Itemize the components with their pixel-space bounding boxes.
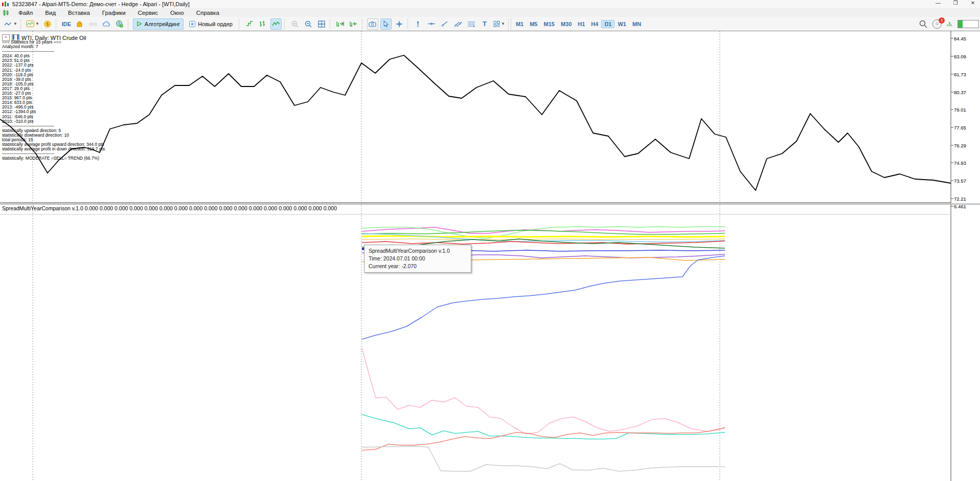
indicator-header: SpreadMultiYearComparison v.1.0 0.000 0.… <box>2 205 337 211</box>
timeframe-M15[interactable]: M15 <box>540 20 557 28</box>
restore-button[interactable]: ❐ <box>950 0 961 6</box>
indicator-tooltip: SpreadMultiYearComparison v.1.0 Time: 20… <box>364 245 471 273</box>
text-icon[interactable]: T <box>479 18 490 30</box>
shapes-icon[interactable]: ▼ <box>492 18 506 30</box>
tooltip-value: Current year: -2.070 <box>369 263 467 270</box>
chevron-down-icon: ▼ <box>501 21 505 26</box>
price-tick-label: 77.65 <box>954 125 966 130</box>
main-price-line <box>0 55 951 190</box>
screenshot-icon[interactable] <box>367 18 378 30</box>
bars-icon[interactable] <box>257 18 268 30</box>
menu-item-Файл[interactable]: Файл <box>12 9 39 16</box>
shift-end-icon[interactable] <box>335 18 346 30</box>
auto-scroll-icon[interactable] <box>348 18 359 30</box>
channel-icon[interactable] <box>452 18 464 30</box>
chevron-down-icon: ▼ <box>35 21 39 26</box>
menu-item-Графики[interactable]: Графики <box>96 9 132 16</box>
chart-profile-icon[interactable]: ▼ <box>26 18 40 30</box>
tooltip-title: SpreadMultiYearComparison v.1.0 <box>369 247 467 255</box>
zoom-in-icon[interactable] <box>289 18 301 30</box>
notifications-icon[interactable]: ☺ 1 <box>932 19 942 29</box>
crosshair-icon[interactable] <box>394 18 405 30</box>
price-tick-label: 84.45 <box>954 36 966 41</box>
svg-text:+: + <box>121 24 123 28</box>
tile-windows-icon[interactable] <box>316 18 327 30</box>
price-tick-label: 79.01 <box>954 107 966 113</box>
year-line-khaki <box>362 239 725 239</box>
timeframe-H1[interactable]: H1 <box>575 20 588 28</box>
year-line-pink <box>362 348 725 434</box>
fibo-icon[interactable] <box>466 18 477 30</box>
price-chart[interactable] <box>0 31 980 481</box>
trendline-icon[interactable] <box>439 18 450 30</box>
timeframe-W1[interactable]: W1 <box>614 20 629 28</box>
play-icon <box>136 21 142 27</box>
timeframe-M1[interactable]: M1 <box>513 20 527 28</box>
algo-trading-button[interactable]: Алготрейдинг <box>133 18 184 30</box>
deposit-icon[interactable]: $ <box>42 18 53 30</box>
timeframe-group: M1M5M15M30H1H4D1W1MN <box>511 18 646 30</box>
connection-bar <box>958 20 979 28</box>
chart-window-icon <box>3 10 9 16</box>
timeframe-MN[interactable]: MN <box>629 20 644 28</box>
price-tick-label: 73.57 <box>954 178 966 184</box>
year-line-gray <box>362 446 725 471</box>
community-icon[interactable]: + <box>114 18 125 30</box>
search-icon[interactable] <box>919 20 927 28</box>
cursor-icon[interactable] <box>380 18 392 30</box>
timeframe-D1[interactable]: D1 <box>601 20 614 28</box>
timeframe-M5[interactable]: M5 <box>527 20 540 28</box>
menu-item-Вставка[interactable]: Вставка <box>62 9 96 16</box>
year-line-green <box>362 230 725 234</box>
price-tick-label: 83.09 <box>954 54 966 59</box>
year-line-salmon <box>362 428 725 450</box>
price-tick-label: 72.21 <box>954 196 966 202</box>
close-button[interactable]: ✕ <box>968 0 978 6</box>
title-bar: 52323847 - Alpari-MT5-Demo: Демо-счет - … <box>0 0 980 8</box>
tick-chart-icon[interactable] <box>244 18 255 30</box>
menu-item-Сервис[interactable]: Сервис <box>132 9 164 16</box>
hline-icon[interactable] <box>426 18 437 30</box>
signals-icon[interactable]: ((o)) <box>87 18 99 30</box>
menu-bar: ФайлВидВставкаГрафикиСервисОкноСправка —… <box>0 8 980 17</box>
year-line-turquoise <box>362 414 725 439</box>
price-tick-label: 76.29 <box>954 143 966 148</box>
cloud-icon[interactable] <box>101 18 112 30</box>
timeframe-H4[interactable]: H4 <box>588 20 601 28</box>
menu-item-Справка[interactable]: Справка <box>190 9 225 16</box>
chevron-down-icon: ▼ <box>13 21 17 26</box>
price-tick-label: 81.73 <box>954 72 966 77</box>
menu-item-Окно[interactable]: Окно <box>164 9 190 16</box>
price-tick-label: 74.93 <box>954 160 966 166</box>
line-style-icon[interactable]: ▼ <box>4 18 18 30</box>
window-title: 52323847 - Alpari-MT5-Demo: Демо-счет - … <box>12 1 190 7</box>
minimize-button[interactable]: — <box>933 0 943 6</box>
toolbar: ▼ ▼ $ IDE ((o)) + Алготрейдинг Новый ор <box>0 17 980 31</box>
chart-area[interactable]: ≡ ▌▐ WTI, Daily: WTI Crude Oil === Stati… <box>0 31 980 481</box>
vline-icon[interactable] <box>413 18 424 30</box>
line-chart-icon[interactable] <box>270 18 282 30</box>
new-order-icon <box>189 21 195 27</box>
toolbar-right: ☺ 1 ▲LVL <box>919 18 979 30</box>
notification-badge: 1 <box>939 17 945 24</box>
tooltip-time: Time: 2024.07.01 00:00 <box>369 255 467 263</box>
svg-text:$: $ <box>46 21 49 27</box>
ide-icon[interactable]: IDE <box>61 18 72 30</box>
indicator-tick-label: 6.461 <box>954 204 966 209</box>
market-icon[interactable] <box>74 18 85 30</box>
statistics-comment: === Statistics for 15 years === Analyzed… <box>2 40 105 161</box>
mt5-logo-icon <box>2 1 9 7</box>
new-order-button[interactable]: Новый ордер <box>186 18 236 30</box>
zoom-out-icon[interactable] <box>303 18 314 30</box>
price-tick-label: 80.37 <box>954 90 966 95</box>
connection-icon[interactable]: ▲LVL <box>947 21 952 27</box>
timeframe-M30[interactable]: M30 <box>558 20 575 28</box>
menu-item-Вид[interactable]: Вид <box>39 9 62 16</box>
